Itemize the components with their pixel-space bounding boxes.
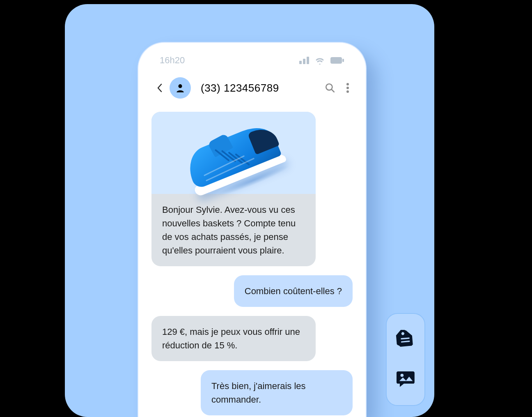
back-icon[interactable] [155,83,165,92]
message-product-card[interactable]: Bonjour Sylvie. Avez-vous vu ces nouvell… [151,112,316,266]
svg-point-5 [346,83,349,85]
more-vertical-icon[interactable] [346,83,349,93]
svg-point-6 [346,87,349,89]
image-message-icon[interactable] [395,368,416,389]
product-image-sneaker [151,112,316,194]
svg-point-7 [346,90,349,93]
chat-header: (33) 123456789 [138,70,366,106]
svg-line-4 [332,90,334,92]
side-toolbar [386,313,425,406]
svg-point-2 [178,84,182,88]
status-bar: 16h20 [138,43,366,70]
search-icon[interactable] [325,83,335,93]
battery-icon [330,57,344,64]
message-agent[interactable]: 129 €, mais je peux vous offrir une rédu… [151,316,316,361]
status-time: 16h20 [160,55,185,66]
svg-rect-1 [342,59,344,62]
message-text: Bonjour Sylvie. Avez-vous vu ces nouvell… [151,194,316,266]
message-list[interactable]: Bonjour Sylvie. Avez-vous vu ces nouvell… [138,106,366,415]
cellular-signal-icon [299,57,309,64]
svg-rect-0 [330,57,342,64]
price-tags-icon[interactable] [395,330,416,351]
message-user[interactable]: Très bien, j'aimerais les commander. [201,370,353,415]
svg-point-12 [401,373,404,377]
phone-frame: 16h20 [138,42,367,417]
contact-avatar[interactable] [170,77,191,99]
status-icons [299,56,344,65]
message-user[interactable]: Combien coûtent-elles ? [234,275,353,307]
wifi-icon [315,56,325,65]
contact-phone-number: (33) 123456789 [201,82,321,94]
